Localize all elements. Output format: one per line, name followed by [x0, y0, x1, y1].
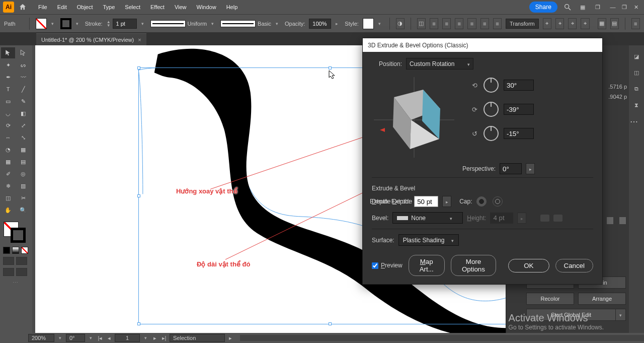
fill-stroke-indicator[interactable]	[3, 220, 31, 245]
properties-panel-icon[interactable]: ◪	[631, 51, 641, 61]
width-tool[interactable]: ↔	[1, 132, 15, 143]
y-rotation-input[interactable]	[504, 104, 534, 115]
panel-menu-icon[interactable]: ≡	[631, 18, 640, 29]
pen-tool[interactable]: ✒	[1, 72, 15, 83]
menu-file[interactable]: File	[33, 2, 52, 12]
align-vcenter-icon[interactable]: ≡	[480, 18, 489, 29]
artboard-last-icon[interactable]: ▸|	[160, 335, 168, 341]
menu-type[interactable]: Type	[98, 2, 120, 12]
brush-definition[interactable]: Basic	[220, 19, 281, 29]
align-top-icon[interactable]: ≡	[467, 18, 476, 29]
search-icon[interactable]	[562, 2, 573, 12]
rotate-dropdown[interactable]	[87, 333, 95, 343]
blend-tool[interactable]: ◎	[16, 168, 30, 179]
align-hcenter-icon[interactable]: ≡	[442, 18, 451, 29]
lasso-tool[interactable]: ᔕ	[16, 59, 30, 71]
document-tab[interactable]: Untitled-1* @ 200 % (CMYK/Preview) ×	[36, 33, 146, 45]
crop-icon[interactable]: ◫	[417, 18, 426, 29]
align-bottom-icon[interactable]: ≡	[493, 18, 502, 29]
x-rotation-input[interactable]	[504, 80, 534, 91]
perspective-grid-tool[interactable]: ▦	[16, 144, 30, 155]
symbol-sprayer-tool[interactable]: ❄	[1, 180, 15, 191]
curvature-tool[interactable]: 〰	[16, 72, 30, 83]
window-minimize[interactable]: —	[608, 4, 618, 10]
menu-window[interactable]: Window	[192, 2, 221, 12]
eraser-tool[interactable]: ◧	[16, 108, 30, 119]
recolor-button[interactable]: Recolor	[526, 293, 574, 305]
direct-selection-tool[interactable]	[16, 47, 30, 58]
variable-width-profile[interactable]: Uniform	[150, 19, 217, 29]
arrange-icon[interactable]: ▦	[578, 2, 588, 12]
artboard-tool[interactable]: ◫	[1, 192, 15, 203]
zoom-tool[interactable]: 🔍	[16, 204, 30, 216]
shape-builder-icon[interactable]: ⌖	[555, 18, 564, 29]
home-icon[interactable]	[17, 2, 28, 13]
align-right-icon[interactable]: ≡	[455, 18, 463, 29]
fill-swatch[interactable]	[36, 18, 56, 29]
zoom-field[interactable]: 200%	[28, 334, 54, 342]
hand-tool[interactable]: ✋	[1, 204, 15, 216]
stroke-weight-field[interactable]: ▲▼ 1 pt	[107, 19, 146, 29]
magic-wand-tool[interactable]: ✦	[1, 59, 15, 71]
mesh-tool[interactable]: ▦	[1, 156, 15, 167]
zoom-dropdown[interactable]	[56, 333, 64, 343]
workspace-icon[interactable]: ❐	[593, 2, 603, 12]
rotate-field[interactable]: 0°	[66, 334, 85, 342]
extrude-depth-input[interactable]	[414, 196, 438, 207]
scale-tool[interactable]: ⤢	[16, 120, 30, 131]
transform-button[interactable]: Transform	[506, 19, 539, 29]
rotation-cube-preview[interactable]	[369, 75, 459, 160]
map-art-button[interactable]: Map Art...	[409, 255, 445, 276]
type-tool[interactable]: T	[1, 84, 15, 95]
position-dropdown[interactable]: Custom Rotation	[406, 58, 473, 70]
y-rotation-dial[interactable]	[484, 102, 499, 117]
layers-panel-icon[interactable]: ◫	[631, 67, 641, 78]
color-mode-swatches[interactable]	[3, 247, 31, 254]
rectangle-tool[interactable]: ▭	[1, 96, 15, 107]
window-close[interactable]: ✕	[631, 4, 641, 11]
libraries-panel-icon[interactable]: ⧉	[631, 84, 641, 94]
z-rotation-dial[interactable]	[484, 126, 499, 141]
column-graph-tool[interactable]: ▥	[16, 180, 30, 191]
cap-off-button[interactable]	[493, 196, 503, 207]
artboard-nav-dropdown[interactable]	[142, 333, 149, 343]
close-tab-icon[interactable]: ×	[138, 37, 141, 43]
preview-checkbox[interactable]: Preview	[372, 262, 403, 269]
menu-edit[interactable]: Edit	[52, 2, 72, 12]
opacity-field[interactable]: 100%	[309, 19, 341, 29]
perspective-input[interactable]	[500, 163, 522, 174]
artboard-first-icon[interactable]: |◂	[97, 335, 104, 341]
free-transform-tool[interactable]: ⤡	[16, 132, 30, 143]
style-icon-2[interactable]	[619, 217, 626, 224]
perspective-stepper[interactable]	[526, 163, 535, 174]
hourglass-icon[interactable]: ⧗	[631, 100, 641, 110]
menu-view[interactable]: View	[170, 2, 192, 12]
status-mode[interactable]: Selection	[170, 334, 225, 342]
extrude-depth-stepper[interactable]	[442, 196, 451, 207]
artboard-next-icon[interactable]: ▸	[151, 335, 158, 341]
shaper-tool[interactable]: ◡	[1, 108, 15, 119]
eyedropper-tool[interactable]: ✐	[1, 168, 15, 179]
more-options-button[interactable]: More Options	[451, 255, 497, 276]
rotate-tool[interactable]: ⟳	[1, 120, 15, 131]
cap-on-button[interactable]	[476, 196, 487, 207]
menu-help[interactable]: Help	[221, 2, 243, 12]
selection-tool[interactable]	[1, 47, 15, 58]
panel-kebab-icon[interactable]: ▤	[610, 18, 619, 29]
artboard-prev-icon[interactable]: ◂	[106, 335, 113, 341]
status-mode-more-icon[interactable]: ▸	[227, 335, 234, 341]
draw-modes[interactable]	[3, 257, 31, 265]
align-pixel-icon[interactable]: ⌖	[581, 18, 589, 29]
paintbrush-tool[interactable]: ✎	[16, 96, 30, 107]
menu-effect[interactable]: Effect	[145, 2, 170, 12]
global-edit-dropdown[interactable]	[616, 309, 626, 321]
z-rotation-input[interactable]	[504, 128, 534, 139]
edit-toolbar-icon[interactable]: ⋯	[1, 280, 29, 285]
style-swatch[interactable]	[363, 18, 383, 29]
align-left-icon[interactable]: ≡	[430, 18, 438, 29]
ok-button[interactable]: OK	[508, 259, 549, 272]
cancel-button[interactable]: Cancel	[555, 259, 594, 272]
stroke-swatch[interactable]	[60, 18, 81, 29]
recolor-icon[interactable]: ◑	[396, 18, 405, 29]
gradient-tool[interactable]: ▤	[16, 156, 30, 167]
